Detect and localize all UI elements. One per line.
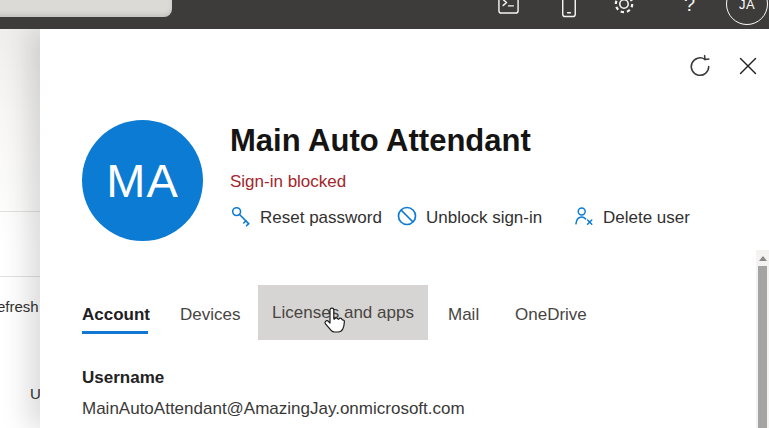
- delete-user-button[interactable]: Delete user: [573, 205, 690, 231]
- unblock-signin-button[interactable]: Unblock sign-in: [396, 205, 542, 231]
- reset-password-button[interactable]: Reset password: [230, 205, 382, 231]
- search-input[interactable]: [0, 0, 172, 17]
- account-avatar[interactable]: JA: [726, 0, 768, 25]
- admin-top-bar: ? JA: [0, 0, 769, 29]
- tab-mail[interactable]: Mail: [448, 305, 479, 325]
- scrollbar-thumb[interactable]: [758, 266, 767, 428]
- background-divider: [0, 276, 40, 277]
- tab-onedrive[interactable]: OneDrive: [515, 305, 587, 325]
- panel-scrollbar[interactable]: [756, 250, 769, 428]
- background-refresh-label: efresh: [0, 298, 39, 315]
- action-label: Reset password: [260, 208, 382, 228]
- page-title: Main Auto Attendant: [230, 123, 531, 159]
- background-page-strip: efresh U: [0, 29, 40, 428]
- username-value: MainAutoAttendant@AmazingJay.onmicrosoft…: [82, 399, 465, 419]
- action-label: Delete user: [603, 208, 690, 228]
- close-icon[interactable]: [738, 56, 758, 76]
- username-label: Username: [82, 368, 164, 388]
- settings-icon[interactable]: [611, 0, 637, 21]
- key-icon: [230, 205, 252, 231]
- tab-devices[interactable]: Devices: [180, 305, 240, 325]
- user-avatar: MA: [82, 120, 203, 241]
- cloud-shell-icon[interactable]: [497, 0, 520, 19]
- help-icon[interactable]: ?: [684, 0, 695, 16]
- active-tab-underline: [82, 331, 148, 334]
- action-label: Unblock sign-in: [426, 208, 542, 228]
- scrollbar-up-arrow-icon[interactable]: [759, 256, 767, 261]
- delete-user-icon: [573, 205, 595, 231]
- tab-label: Licenses and apps: [272, 303, 414, 323]
- mobile-icon[interactable]: [560, 0, 578, 23]
- signin-status-badge: Sign-in blocked: [230, 172, 346, 192]
- user-details-flyout: MA Main Auto Attendant Sign-in blocked R…: [40, 29, 769, 428]
- background-partial-text: U: [30, 385, 40, 402]
- tab-licenses-and-apps[interactable]: Licenses and apps: [258, 285, 428, 340]
- background-divider: [0, 211, 40, 212]
- tab-account[interactable]: Account: [82, 305, 150, 325]
- refresh-button[interactable]: [688, 54, 712, 78]
- blocked-icon: [396, 205, 418, 231]
